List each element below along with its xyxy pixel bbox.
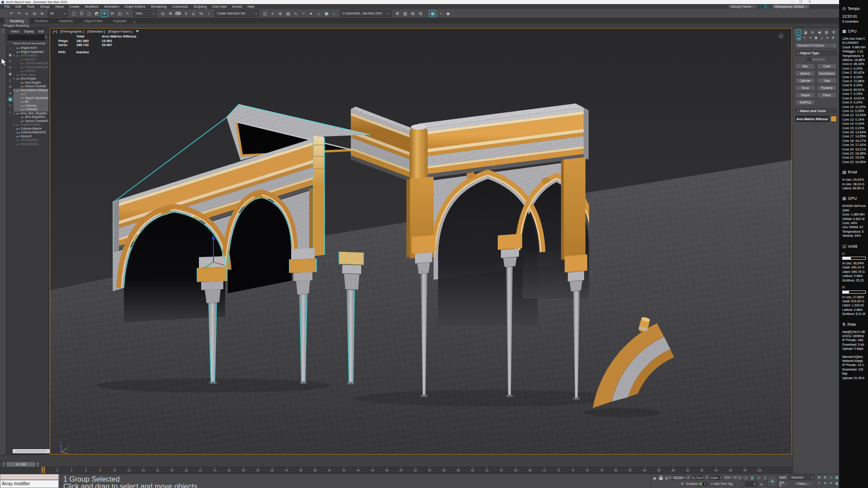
unlink-selection-icon[interactable]: ⊘ (31, 10, 38, 17)
minimize-button[interactable]: – (791, 0, 793, 4)
primitive-category-dropdown[interactable]: Standard Primitives▾ (795, 42, 837, 48)
geometry-category-icon[interactable]: ● (797, 36, 801, 40)
select-and-scale-icon[interactable]: ◱ (116, 10, 123, 17)
maximize-button[interactable]: ❐ (799, 0, 802, 4)
go-to-start-button[interactable]: « (737, 475, 743, 481)
window-crossing-icon[interactable]: ◩ (93, 10, 100, 17)
explorer-row[interactable]: Colonna Matrice (14, 127, 48, 131)
display-geometry-icon[interactable]: ▦ (8, 52, 13, 57)
select-and-place-icon[interactable]: ⌖ (124, 10, 131, 17)
primitive-button[interactable]: Box (795, 63, 815, 69)
display-space-warps-icon[interactable]: ≋ (8, 84, 13, 89)
key-filters-button[interactable]: Filters... (793, 481, 813, 486)
explorer-row[interactable]: ▾ Arco Angolo (14, 77, 48, 81)
explorer-row[interactable]: Colonna (14, 104, 48, 108)
workspaces-dropdown[interactable]: Workspaces: Default▾ (772, 5, 810, 9)
curve-editor-icon[interactable]: ∿ (292, 10, 299, 17)
time-tag-icon[interactable]: ⚙ (681, 482, 684, 486)
menu-item[interactable]: Rendering (148, 5, 170, 9)
manage-scene-states-icon[interactable]: ▥ (401, 10, 409, 17)
close-button[interactable]: ✕ (808, 0, 811, 4)
time-configuration-icon[interactable]: ◔ (437, 10, 444, 17)
selection-filter-dropdown[interactable]: All▾ (48, 10, 68, 17)
align-icon[interactable]: ≡ (269, 10, 276, 17)
menu-item[interactable]: Graph Editors (122, 5, 148, 9)
menu-item[interactable]: Scripting (191, 5, 209, 9)
create-tab-icon[interactable]: + (796, 29, 801, 35)
display-shapes-icon[interactable]: ✎ (8, 59, 13, 64)
ribbon-config-dropdown-icon[interactable]: ▾ (133, 20, 135, 23)
render-production-icon[interactable]: ♨ (330, 10, 338, 17)
cameras-category-icon[interactable]: ▣ (814, 36, 818, 40)
open-scene-explorer-icon[interactable]: ⊞ (409, 10, 416, 17)
viewport[interactable]: Z y x [+] [Orthographic ] [Standard ] [E… (50, 28, 792, 455)
explorer-row[interactable]: Archi_New (14, 73, 48, 77)
add-time-tag-button[interactable]: ⊙ Add Time Tag (711, 482, 733, 486)
selection-lock-toggle-icon[interactable] (659, 477, 663, 480)
project-folder-dropdown[interactable]: C:\Users\Mel...3ds Max 2024▾ (340, 10, 392, 17)
x-coord-field[interactable]: 713,167cm (672, 475, 684, 480)
toggle-layer-explorer-icon[interactable]: ≣ (277, 10, 284, 17)
isolate-selection-toggle-icon[interactable]: ◉ (652, 475, 657, 481)
viewport-pov-menu[interactable]: [Orthographic ] (60, 29, 84, 33)
time-slider-track[interactable] (0, 455, 793, 467)
explorer-row[interactable]: Colonna Matrice001 (14, 131, 48, 135)
viewport-style-menu[interactable]: [Edged Faces ] (108, 29, 132, 33)
explorer-row[interactable]: Line014 (14, 69, 48, 73)
ribbon-tab[interactable]: Freeform (29, 18, 53, 23)
menu-item[interactable]: Edit (13, 5, 24, 9)
per-view-filter-icon[interactable] (136, 30, 139, 33)
select-and-move-icon[interactable]: ✛ (101, 10, 108, 17)
primitive-button[interactable]: Pyramid (817, 85, 837, 91)
explorer-search-input[interactable] (8, 35, 45, 40)
z-spinner[interactable] (719, 475, 722, 480)
frame-spinner[interactable] (741, 482, 744, 487)
ribbon-tab[interactable]: Object Paint (79, 18, 108, 23)
undo-icon[interactable]: ↶ (8, 10, 15, 17)
angle-snap-toggle-icon[interactable]: ∠ (190, 10, 197, 17)
rendered-frame-window-icon[interactable]: ▣ (323, 10, 330, 17)
explorer-row[interactable]: Angolo Squadrato (14, 50, 48, 54)
space-warps-category-icon[interactable]: ≋ (825, 36, 830, 40)
set-key-mode-button[interactable]: ✛ (767, 475, 778, 487)
primitive-button[interactable]: Sphere (795, 70, 815, 76)
x-spinner[interactable] (684, 475, 686, 480)
pan-view-icon[interactable]: ✛ (822, 480, 828, 486)
maxscript-mini-listener-macro[interactable] (0, 474, 59, 480)
time-slider-prev-button[interactable]: ‹ (2, 461, 6, 467)
current-frame-playhead[interactable] (42, 467, 45, 474)
mirror-icon[interactable]: ◫ (261, 10, 269, 17)
key-filters-selected-dropdown[interactable]: Selected▾ (789, 475, 815, 480)
explorer-row[interactable]: Bo (14, 100, 48, 104)
bind-to-space-warp-icon[interactable]: ≋ (38, 10, 46, 17)
explorer-row[interactable]: Decoro Centrale (14, 84, 48, 89)
current-frame-field[interactable]: 0 (745, 482, 757, 487)
spinner-snap-toggle-icon[interactable]: ↕ (205, 10, 212, 17)
explorer-menu-item[interactable]: Display (24, 30, 34, 33)
material-editor-icon[interactable]: ● (307, 10, 315, 17)
explorer-menu-item[interactable]: Select (11, 30, 19, 33)
explorer-column-header[interactable]: Name (Sorted Ascending) (7, 41, 48, 45)
toolbar-grip[interactable]: ⋮ (2, 11, 6, 16)
notification-badge[interactable]: ◔ 21 (760, 5, 769, 9)
primitive-button[interactable]: TextPlus (795, 99, 815, 105)
menu-item[interactable]: File (2, 5, 13, 9)
select-and-manipulate-icon[interactable]: ✜ (167, 10, 174, 17)
viewport-general-menu[interactable]: [+] (53, 29, 57, 33)
explorer-row[interactable]: Colonna Matrice002 (14, 61, 48, 66)
zoom-region-icon[interactable]: ⌖ (816, 480, 822, 486)
time-slider-next-button[interactable]: › (36, 461, 40, 467)
display-none-icon[interactable]: ◌ (8, 46, 13, 51)
object-name-field[interactable]: Arco Matrice Riflesso (795, 116, 829, 122)
explorer-row[interactable]: Colonna2 (14, 108, 48, 112)
primitive-button[interactable]: Plane (817, 92, 837, 98)
primitive-button[interactable]: Tube (817, 78, 837, 84)
explorer-row[interactable]: Rectangle002 (14, 142, 48, 146)
y-coord-field[interactable]: 31,71cm (691, 475, 702, 480)
search-clear-icon[interactable]: ✕ (44, 35, 47, 39)
primitive-button[interactable]: Teapot (795, 92, 815, 98)
schematic-view-icon[interactable]: ⌗ (300, 10, 307, 17)
name-and-color-rollout-header[interactable]: ▾Name and Color (794, 108, 838, 114)
menu-item[interactable]: Help (245, 5, 257, 9)
primitive-button[interactable]: Cone (817, 63, 837, 69)
